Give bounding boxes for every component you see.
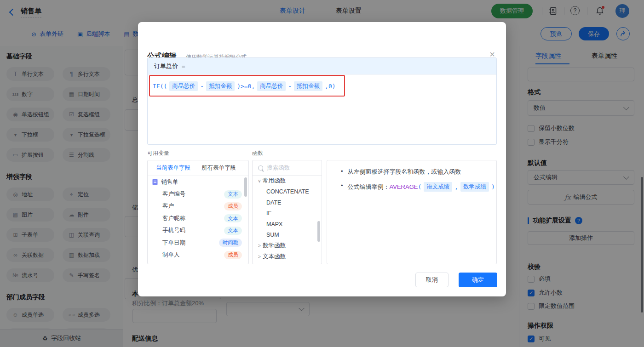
formula-text: - [288, 83, 292, 90]
example-field-chip: 数学成绩 [460, 182, 489, 192]
formula-text: IF(( [153, 83, 167, 90]
type-badge: 文本 [224, 214, 242, 222]
function-item[interactable]: DATE [253, 197, 322, 208]
variables-section-label: 可用变量 [147, 149, 169, 157]
help-example-prefix: 公式编辑举例： [348, 183, 390, 191]
function-item[interactable]: CONCATENATE [253, 187, 322, 198]
function-group-common[interactable]: ∨ 常用函数 [253, 176, 322, 187]
form-tree-node[interactable]: 销售单 [148, 176, 248, 188]
variable-name: 客户昵称 [162, 215, 185, 222]
formula-text: )>=0, [237, 83, 255, 90]
tab-all-form-fields[interactable]: 所有表单字段 [201, 164, 236, 172]
formula-editor: 订单总价 = [147, 57, 497, 145]
variable-row[interactable]: 客户编号 文本 [148, 188, 248, 200]
variable-name: 制单人 [162, 251, 180, 259]
function-group-label: 常用函数 [263, 177, 286, 185]
paren: ( [418, 183, 421, 190]
function-group-label: 数学函数 [263, 242, 286, 250]
function-name: IF [266, 210, 271, 216]
formula-target-bar: 订单总价 = [148, 58, 496, 74]
type-badge: 成员 [224, 251, 242, 259]
search-icon [258, 165, 263, 171]
comma: , [454, 183, 458, 190]
paren: ) [491, 183, 495, 190]
chevron-collapsed-icon: > [256, 243, 263, 248]
chevron-expanded-icon: ∨ [256, 178, 263, 183]
variables-panel: 当前表单字段 所有表单字段 销售单 客户编号 文本 客户 成员 客户昵称 文本 … [147, 160, 249, 264]
function-name: MAPX [266, 221, 282, 228]
variable-row[interactable]: 制单人 成员 [148, 249, 248, 261]
formula-edit-dialog: 公式编辑 使用数学运算符编辑公式 × 订单总价 = IF(( 商品总价 - 抵扣… [138, 22, 506, 296]
field-chip[interactable]: 抵扣金额 [294, 81, 322, 91]
variable-name: 手机号码 [162, 227, 185, 234]
variables-tabs: 当前表单字段 所有表单字段 [148, 160, 248, 176]
formula-expression[interactable]: IF(( 商品总价 - 抵扣金额 )>=0, 商品总价 - 抵扣金额 ,0) [153, 79, 336, 93]
variable-row[interactable]: 下单日期 时间戳 [148, 237, 248, 249]
formula-target-label: 订单总价 = [154, 62, 185, 70]
functions-panel: 搜索函数 ∨ 常用函数 CONCATENATE DATE IF MAPX SUM… [252, 160, 322, 264]
function-name: DATE [266, 199, 281, 206]
help-panel: • 从左侧面板选择字段名和函数，或输入函数 • 公式编辑举例： AVERAGE … [327, 160, 497, 264]
variable-name: 客户 [162, 202, 174, 210]
variable-row[interactable]: 手机号码 文本 [148, 225, 248, 237]
type-badge: 文本 [224, 190, 242, 199]
field-chip[interactable]: 商品总价 [257, 81, 286, 91]
example-function-name: AVERAGE [390, 183, 418, 190]
bullet-icon: • [341, 182, 343, 189]
formula-text: ,0) [325, 83, 335, 90]
tab-current-form-fields[interactable]: 当前表单字段 [156, 164, 190, 172]
type-badge: 成员 [224, 202, 242, 210]
type-badge: 时间戳 [219, 239, 242, 247]
formula-text: - [200, 83, 204, 90]
function-group-text[interactable]: > 文本函数 [253, 251, 322, 262]
example-field-chip: 语文成绩 [424, 182, 452, 192]
function-item[interactable]: SUM [253, 230, 322, 241]
variables-scrollbar[interactable] [244, 177, 247, 197]
variable-name: 下单日期 [162, 239, 185, 247]
type-badge: 文本 [224, 227, 242, 235]
confirm-button[interactable]: 确定 [459, 273, 497, 287]
function-item[interactable]: IF [253, 208, 322, 219]
help-line-2: • 公式编辑举例： AVERAGE ( 语文成绩 , 数学成绩 ) [341, 182, 496, 192]
form-doc-icon [152, 179, 158, 185]
function-name: CONCATENATE [266, 188, 309, 195]
help-line-1: • 从左侧面板选择字段名和函数，或输入函数 [341, 168, 496, 176]
function-item[interactable]: MAPX [253, 219, 322, 230]
function-group-label: 文本函数 [263, 253, 286, 261]
functions-scrollbar[interactable] [317, 221, 320, 242]
cancel-button[interactable]: 取消 [415, 273, 448, 287]
function-group-math[interactable]: > 数学函数 [253, 240, 322, 251]
function-search-input[interactable]: 搜索函数 [253, 160, 322, 176]
field-chip[interactable]: 抵扣金额 [206, 81, 235, 91]
field-chip[interactable]: 商品总价 [169, 81, 198, 91]
search-placeholder: 搜索函数 [267, 164, 290, 172]
chevron-collapsed-icon: > [256, 254, 263, 259]
bullet-icon: • [341, 168, 343, 175]
form-node-label: 销售单 [161, 178, 178, 186]
functions-section-label: 函数 [252, 149, 263, 157]
app-screen: 销售单 表单设计 表单设置 数据管理 ? 理 ⊘ 表单外链 ▣ 后端脚本 [0, 0, 644, 347]
variable-row[interactable]: 客户 成员 [148, 200, 248, 212]
variable-name: 客户编号 [162, 190, 185, 198]
function-name: SUM [266, 232, 279, 238]
help-text: 从左侧面板选择字段名和函数，或输入函数 [348, 168, 461, 176]
variable-row[interactable]: 客户昵称 文本 [148, 212, 248, 224]
